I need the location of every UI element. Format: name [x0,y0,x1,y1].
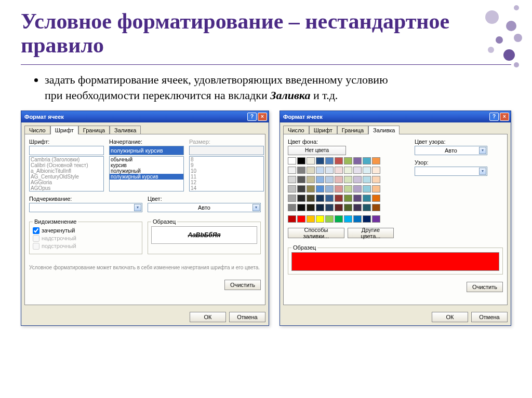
color-swatch[interactable] [297,195,305,202]
color-swatch[interactable] [325,167,334,174]
tab-border[interactable]: Граница [337,126,368,134]
color-swatch[interactable] [344,176,352,183]
color-swatch[interactable] [307,176,315,183]
color-swatch[interactable] [325,215,334,223]
color-swatch[interactable] [353,195,362,202]
color-swatch[interactable] [335,204,343,211]
ok-button[interactable]: ОК [190,312,226,322]
pattern-color-dropdown[interactable]: Авто ▾ [415,146,487,155]
color-swatch[interactable] [288,157,296,164]
tab-border[interactable]: Граница [78,126,110,134]
color-swatch[interactable] [288,185,296,193]
color-swatch[interactable] [288,167,296,174]
color-swatch[interactable] [325,157,334,164]
color-swatch[interactable] [316,215,324,223]
color-swatch[interactable] [344,157,352,164]
tab-number[interactable]: Число [283,126,309,134]
color-swatch[interactable] [316,195,324,202]
color-swatch[interactable] [335,195,343,202]
color-swatch[interactable] [372,204,380,211]
more-colors-button[interactable]: Другие цвета... [348,228,394,238]
color-swatch[interactable] [316,167,324,174]
color-swatch[interactable] [353,167,362,174]
color-swatch[interactable] [297,157,305,164]
style-option[interactable]: полужирный курсив [110,174,183,180]
color-swatch[interactable] [325,195,334,202]
titlebar[interactable]: Формат ячеек ? × [21,111,269,122]
help-button[interactable]: ? [489,113,499,121]
style-input[interactable] [109,146,184,155]
color-swatch[interactable] [297,204,305,211]
color-swatch[interactable] [363,204,371,211]
clear-button[interactable]: Очистить [224,280,261,290]
ok-button[interactable]: ОК [432,312,468,322]
color-swatch[interactable] [363,176,371,183]
tab-fill[interactable]: Заливка [110,126,141,134]
clear-button[interactable]: Очистить [467,282,503,292]
color-swatch[interactable] [363,185,371,193]
font-option[interactable]: AGOpus [30,185,103,191]
color-swatch[interactable] [372,195,380,202]
color-swatch[interactable] [307,185,315,193]
color-swatch[interactable] [297,167,305,174]
tab-font[interactable]: Шрифт [50,126,78,134]
color-swatch[interactable] [372,185,380,193]
color-swatch[interactable] [297,176,305,183]
color-swatch[interactable] [325,176,334,183]
font-option[interactable]: AG_CenturyOldStyle [30,174,103,180]
color-swatch[interactable] [335,185,343,193]
font-option[interactable]: Calibri (Основной текст) [30,162,103,168]
color-swatch[interactable] [335,176,343,183]
color-dropdown[interactable]: Авто ▾ [148,203,261,212]
standard-colors[interactable] [288,215,394,223]
color-swatch[interactable] [307,195,315,202]
titlebar[interactable]: Формат ячеек ? × [280,111,511,122]
color-swatch[interactable] [363,215,371,223]
cancel-button[interactable]: Отмена [229,312,265,322]
tab-number[interactable]: Число [24,126,50,134]
strikethrough-checkbox[interactable]: зачеркнутый [33,227,139,234]
style-option[interactable]: курсив [110,162,183,168]
color-swatch[interactable] [288,195,296,202]
color-swatch[interactable] [344,215,352,223]
color-swatch[interactable] [353,185,362,193]
color-swatch[interactable] [325,185,334,193]
color-swatch[interactable] [353,215,362,223]
style-option[interactable]: обычный [110,157,183,162]
color-swatch[interactable] [288,215,296,223]
tab-font[interactable]: Шрифт [309,126,337,134]
color-swatch[interactable] [335,167,343,174]
color-swatch[interactable] [344,204,352,211]
color-swatch[interactable] [353,157,362,164]
help-button[interactable]: ? [247,113,257,121]
color-swatch[interactable] [335,215,343,223]
color-swatch[interactable] [316,204,324,211]
color-swatch[interactable] [316,176,324,183]
color-swatch[interactable] [297,185,305,193]
color-palette[interactable] [288,155,394,211]
color-swatch[interactable] [316,185,324,193]
cancel-button[interactable]: Отмена [471,312,508,322]
color-swatch[interactable] [307,167,315,174]
color-swatch[interactable] [325,204,334,211]
color-swatch[interactable] [344,195,352,202]
color-swatch[interactable] [335,157,343,164]
font-option[interactable]: a_AlbionicTitulInfl [30,168,103,174]
close-button[interactable]: × [500,113,509,121]
color-swatch[interactable] [344,185,352,193]
color-swatch[interactable] [307,215,315,223]
close-button[interactable]: × [258,113,267,121]
font-option[interactable]: AGGloria [30,180,103,185]
color-swatch[interactable] [363,195,371,202]
color-swatch[interactable] [288,176,296,183]
font-listbox[interactable]: Cambria (Заголовки) Calibri (Основной те… [29,156,104,191]
color-swatch[interactable] [297,215,305,223]
style-option[interactable]: полужирный [110,168,183,174]
nocolor-button[interactable]: Нет цвета [288,146,346,155]
color-swatch[interactable] [372,176,380,183]
color-swatch[interactable] [372,215,380,223]
font-input[interactable] [29,146,104,155]
color-swatch[interactable] [316,157,324,164]
pattern-dropdown[interactable]: ▾ [415,167,487,176]
tab-fill[interactable]: Заливка [368,126,400,134]
